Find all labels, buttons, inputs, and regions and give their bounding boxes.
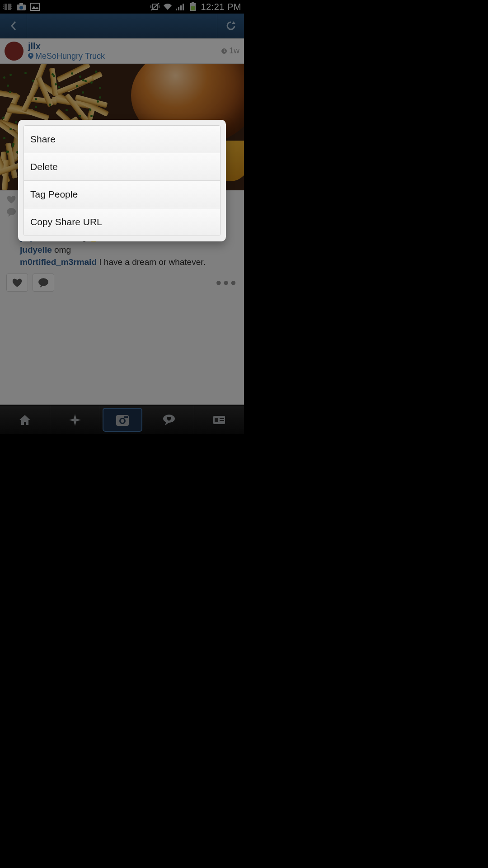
dialog-option-delete[interactable]: Delete [24, 153, 220, 181]
dialog-option-copy-share-url[interactable]: Copy Share URL [24, 208, 220, 236]
dialog-option-tag-people[interactable]: Tag People [24, 181, 220, 208]
dialog-option-share[interactable]: Share [24, 126, 220, 153]
options-dialog: ShareDeleteTag PeopleCopy Share URL [18, 120, 226, 241]
